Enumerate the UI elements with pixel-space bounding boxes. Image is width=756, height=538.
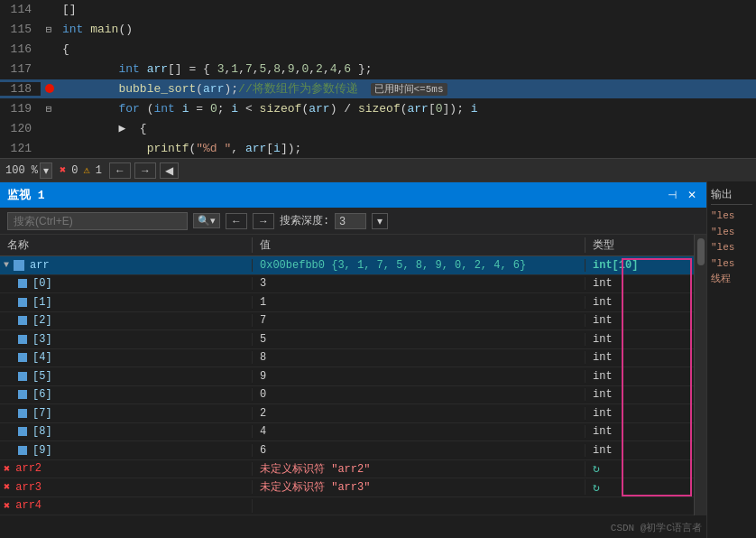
row-value-9: 6 xyxy=(253,444,585,457)
row-type-0: int xyxy=(585,277,694,290)
refresh-icon-arr2[interactable]: ↻ xyxy=(593,462,600,476)
cube-icon-8 xyxy=(18,427,27,436)
watch-panel: 监视 1 ⊣ ✕ 🔍▾ ← → 搜索深度: ▾ xyxy=(0,181,706,515)
cube-icon-9 xyxy=(18,446,27,455)
time-badge: 已用时间<=5ms xyxy=(371,83,447,96)
error-icon: ✖ xyxy=(60,163,66,177)
watch-row-arr3[interactable]: ✖ arr3 未定义标识符 "arr3" ↻ xyxy=(0,478,694,496)
row-value-2: 7 xyxy=(253,314,585,327)
col-name-header: 名称 xyxy=(0,237,253,253)
row-type-5: int xyxy=(585,370,694,383)
row-type-2: int xyxy=(585,314,694,327)
watch-row-1[interactable]: [1] 1 int xyxy=(0,293,694,311)
warning-count: 1 xyxy=(96,164,102,177)
error-count: 0 xyxy=(71,164,78,177)
watch-row-6[interactable]: [6] 0 int xyxy=(0,386,694,404)
cube-icon-2 xyxy=(18,316,27,325)
nav-left-button[interactable]: ◀ xyxy=(160,162,179,179)
nav-arrows: ← → ◀ xyxy=(109,162,179,179)
watermark: CSDN @初学C语言者 xyxy=(611,521,702,534)
code-line-120: 120 ▶ { xyxy=(0,118,756,138)
watch-scrollbar[interactable] xyxy=(694,235,706,515)
search-dropdown-button[interactable]: 🔍▾ xyxy=(193,213,220,228)
depth-input[interactable] xyxy=(335,213,366,229)
row-value-7: 2 xyxy=(253,407,585,420)
watch-row-7[interactable]: [7] 2 int xyxy=(0,404,694,422)
depth-label: 搜索深度: xyxy=(280,213,329,228)
output-tab-label: 输出 xyxy=(711,185,752,205)
row-name-4: [4] xyxy=(0,351,253,364)
row-type-1: int xyxy=(585,296,694,309)
error-badge-arr4: ✖ xyxy=(4,499,10,513)
search-forward-button[interactable]: → xyxy=(253,213,274,229)
code-line-117: 117 int arr[] = { 3,1,7,5,8,9,0,2,4,6 }; xyxy=(0,60,756,79)
row-value-4: 8 xyxy=(253,351,585,364)
watch-table-content: 名称 值 类型 ▼ arr 0x00befbb0 {3, 1, 7, 5, 8 xyxy=(0,235,694,515)
watch-row-4[interactable]: [4] 8 int xyxy=(0,349,694,367)
watch-row-0[interactable]: [0] 3 int xyxy=(0,275,694,293)
row-value-arr2: 未定义标识符 "arr2" xyxy=(253,461,585,477)
row-name-1: [1] xyxy=(0,296,253,309)
depth-dropdown-button[interactable]: ▾ xyxy=(372,213,388,229)
watch-row-8[interactable]: [8] 4 int xyxy=(0,423,694,441)
search-back-button[interactable]: ← xyxy=(226,213,247,229)
zoom-control: 100 % ▾ xyxy=(5,162,52,179)
row-type-8: int xyxy=(585,425,694,438)
cube-icon-3 xyxy=(18,335,27,344)
refresh-icon-arr3[interactable]: ↻ xyxy=(593,481,600,495)
zoom-dropdown[interactable]: ▾ xyxy=(40,162,52,179)
cube-icon-5 xyxy=(18,372,27,381)
watch-row-3[interactable]: [3] 5 int xyxy=(0,330,694,348)
watch-row-arr[interactable]: ▼ arr 0x00befbb0 {3, 1, 7, 5, 8, 9, 0, 2… xyxy=(0,256,694,274)
col-type-header: 类型 xyxy=(585,237,694,253)
nav-back-button[interactable]: ← xyxy=(109,162,131,179)
output-panel: 输出 "les "les "les "les 线程 xyxy=(706,181,756,538)
row-type-4: int xyxy=(585,351,694,364)
row-type-9: int xyxy=(585,444,694,457)
collapse-icon-119[interactable]: ⊟ xyxy=(46,103,52,115)
close-button[interactable]: ✕ xyxy=(685,188,699,202)
row-type-7: int xyxy=(585,407,694,420)
cube-icon-arr xyxy=(14,260,24,271)
row-type-arr3: ↻ xyxy=(585,480,694,495)
col-value-header: 值 xyxy=(253,237,585,253)
row-value-6: 0 xyxy=(253,388,585,401)
row-name-5: [5] xyxy=(0,370,253,383)
watch-header-controls: ⊣ ✕ xyxy=(665,188,699,202)
row-name-arr: ▼ arr xyxy=(0,259,253,272)
code-line-121: 121 printf("%d ", arr[i]); xyxy=(0,138,756,158)
watch-row-5[interactable]: [5] 9 int xyxy=(0,367,694,385)
row-value-0: 3 xyxy=(253,277,585,290)
row-name-7: [7] xyxy=(0,407,253,420)
row-name-8: [8] xyxy=(0,425,253,438)
watch-row-arr2[interactable]: ✖ arr2 未定义标识符 "arr2" ↻ xyxy=(0,460,694,478)
warning-icon: ⚠ xyxy=(83,163,89,177)
row-value-5: 9 xyxy=(253,370,585,383)
editor-toolbar: 100 % ▾ ✖ 0 ⚠ 1 ← → ◀ xyxy=(0,158,756,181)
row-name-arr4: ✖ arr4 xyxy=(0,499,253,513)
watch-header: 监视 1 ⊣ ✕ xyxy=(0,182,706,208)
cube-icon-0 xyxy=(18,279,27,288)
expand-icon-arr[interactable]: ▼ xyxy=(4,260,9,270)
code-line-119: 119 ⊟ for (int i = 0; i < sizeof(arr) / … xyxy=(0,98,756,118)
panels-area: 监视 1 ⊣ ✕ 🔍▾ ← → 搜索深度: ▾ xyxy=(0,181,756,538)
watch-row-9[interactable]: [9] 6 int xyxy=(0,441,694,459)
error-warning-area: ✖ 0 ⚠ 1 xyxy=(60,163,102,177)
row-value-arr: 0x00befbb0 {3, 1, 7, 5, 8, 9, 0, 2, 4, 6… xyxy=(253,259,585,272)
row-name-0: [0] xyxy=(0,277,253,290)
scrollbar-thumb[interactable] xyxy=(697,238,705,265)
row-type-6: int xyxy=(585,388,694,401)
row-name-3: [3] xyxy=(0,333,253,346)
watch-row-2[interactable]: [2] 7 int xyxy=(0,312,694,330)
row-name-2: [2] xyxy=(0,314,253,327)
collapse-icon[interactable]: ⊟ xyxy=(46,23,52,35)
row-value-arr3: 未定义标识符 "arr3" xyxy=(253,479,585,495)
cube-icon-6 xyxy=(18,390,27,399)
breakpoint-dot[interactable] xyxy=(45,84,54,93)
watch-row-arr4[interactable]: ✖ arr4 xyxy=(0,497,694,515)
nav-forward-button[interactable]: → xyxy=(134,162,156,179)
pin-button[interactable]: ⊣ xyxy=(665,188,679,202)
search-input[interactable] xyxy=(7,212,188,230)
app-window: 114 [] 115 ⊟ int main() 116 { 117 int ar… xyxy=(0,0,756,538)
code-line-118: 118 bubble_sort(arr);//将数组作为参数传递 已用时间<=5… xyxy=(0,79,756,99)
